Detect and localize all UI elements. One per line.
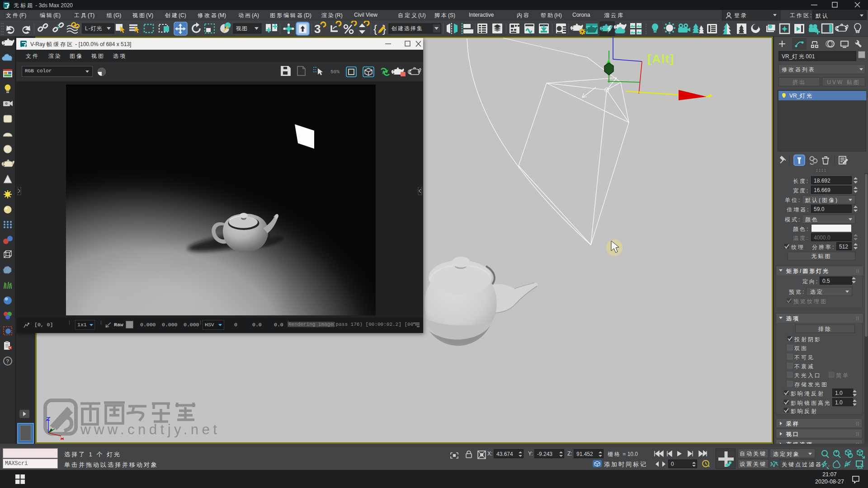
svg-text:{: {: [373, 23, 377, 35]
svg-text:视图: 视图: [236, 25, 248, 32]
svg-text:L-灯光: L-灯光: [85, 25, 103, 32]
svg-text:[Alt]: [Alt]: [647, 52, 674, 66]
svg-text:?: ?: [6, 358, 9, 365]
svg-text:创建选择集: 创建选择集: [391, 25, 423, 32]
svg-text:3: 3: [314, 22, 321, 36]
svg-text:www.cndtjy.net: www.cndtjy.net: [80, 422, 220, 437]
svg-text:50%: 50%: [330, 69, 340, 75]
